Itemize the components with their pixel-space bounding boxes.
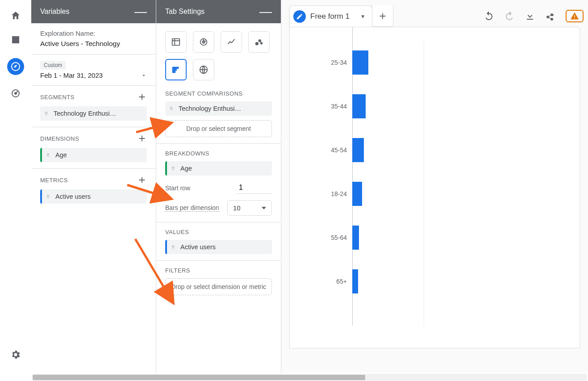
filters-section: FILTERS Drop or select dimension or metr… — [156, 261, 281, 301]
bar-label: 65+ — [290, 278, 352, 285]
segment-comparisons-section: SEGMENT COMPARISONS ⠿Technology Enthusi…… — [156, 84, 281, 144]
warning-badge[interactable] — [566, 10, 584, 22]
bars-label: Bars per dimension — [165, 204, 219, 212]
custom-badge: Custom — [40, 61, 66, 70]
technique-donut[interactable] — [193, 31, 214, 53]
advertising-icon[interactable] — [10, 88, 21, 99]
bars-select[interactable]: 10 — [227, 200, 272, 216]
dimensions-section: DIMENSIONS ⠿Age — [31, 127, 156, 169]
breakdowns-label: BREAKDOWNS — [165, 150, 272, 157]
free-form-tab[interactable]: Free form 1 ▼ — [289, 5, 372, 27]
dropdown-icon[interactable] — [141, 72, 147, 79]
bar[interactable] — [352, 138, 364, 162]
scrollbar-thumb[interactable] — [33, 375, 365, 380]
drag-icon: ⠿ — [45, 113, 50, 115]
metric-chip[interactable]: ⠿Active users — [40, 189, 147, 204]
values-section: VALUES ⠿Active users — [156, 222, 281, 261]
redo-icon[interactable] — [504, 11, 515, 21]
undo-icon[interactable] — [484, 11, 494, 21]
svg-rect-10 — [173, 69, 176, 71]
bar-label: 55-64 — [290, 234, 352, 241]
technique-bar[interactable] — [165, 59, 187, 80]
minimize-tabsettings-icon[interactable]: — — [259, 9, 272, 14]
minimize-variables-icon[interactable]: — — [134, 9, 147, 14]
reports-icon[interactable] — [10, 34, 21, 46]
technique-table[interactable] — [165, 31, 187, 53]
edit-icon — [293, 10, 306, 23]
segments-section: SEGMENTS ⠿Technology Enthusi… — [31, 86, 156, 127]
add-dimension-icon[interactable] — [137, 134, 147, 143]
filter-drop-zone[interactable]: Drop or select dimension or metric — [165, 278, 272, 295]
value-chip[interactable]: ⠿Active users — [165, 240, 272, 254]
bar-row: 25-34 — [290, 41, 580, 84]
segment-drop-zone[interactable]: Drop or select segment — [165, 120, 272, 137]
svg-point-8 — [261, 42, 263, 44]
tab-settings-header: Tab Settings — — [156, 0, 281, 23]
explore-icon[interactable] — [7, 58, 24, 75]
bar-label: 35-44 — [290, 103, 352, 110]
metrics-label: METRICS — [40, 177, 68, 184]
date-section[interactable]: Custom Feb 1 - Mar 31, 2023 — [31, 54, 156, 86]
bar-row: 45-54 — [290, 128, 580, 172]
home-icon[interactable] — [10, 10, 21, 21]
tab-dropdown-icon[interactable]: ▼ — [360, 13, 366, 20]
values-label: VALUES — [165, 229, 272, 235]
segment-comparison-chip[interactable]: ⠿Technology Enthusi… — [165, 101, 272, 116]
variables-header: Variables — — [31, 0, 156, 23]
nav-rail — [0, 0, 31, 373]
exploration-name-value[interactable]: Active Users - Technology — [40, 40, 147, 48]
bar-row: 65+ — [290, 260, 580, 303]
metrics-section: METRICS ⠿Active users — [31, 169, 156, 210]
date-range[interactable]: Feb 1 - Mar 31, 2023 — [40, 71, 103, 79]
bar-label: 25-34 — [290, 59, 352, 66]
exploration-name-section: Exploration Name: Active Users - Technol… — [31, 23, 156, 54]
dimensions-label: DIMENSIONS — [40, 135, 79, 142]
add-metric-icon[interactable] — [137, 175, 147, 185]
filters-label: FILTERS — [165, 267, 272, 274]
drag-icon: ⠿ — [46, 196, 52, 198]
svg-point-7 — [259, 40, 261, 42]
drag-icon: ⠿ — [46, 154, 52, 156]
exploration-name-label: Exploration Name: — [40, 29, 147, 37]
technique-scatter[interactable] — [248, 31, 270, 53]
bar-row: 55-64 — [290, 216, 580, 260]
bar[interactable] — [352, 94, 366, 118]
tab-settings-title: Tab Settings — [165, 8, 204, 16]
bar-row: 35-44 — [290, 84, 580, 128]
bar-label: 18-24 — [290, 190, 352, 197]
canvas-toolbar: Free form 1 ▼ — [289, 5, 588, 27]
add-segment-icon[interactable] — [137, 92, 147, 102]
bar[interactable] — [352, 269, 358, 293]
canvas: Free form 1 ▼ 25-3435-4445-5418-2455-646… — [281, 0, 588, 373]
svg-rect-9 — [173, 67, 179, 69]
add-tab-button[interactable] — [372, 5, 393, 27]
bar[interactable] — [352, 182, 362, 206]
chart-area: 25-3435-4445-5418-2455-6465+ — [289, 27, 580, 348]
tab-name: Free form 1 — [310, 12, 350, 21]
technique-geo[interactable] — [193, 59, 214, 80]
download-icon[interactable] — [525, 11, 535, 21]
segments-label: SEGMENTS — [40, 94, 75, 100]
settings-icon[interactable] — [10, 349, 21, 360]
bar-row: 18-24 — [290, 172, 580, 216]
share-icon[interactable] — [545, 11, 556, 21]
dimension-chip[interactable]: ⠿Age — [40, 148, 147, 162]
tab-settings-panel: Tab Settings — SEGMENT COMPARISONS ⠿Tech… — [156, 0, 281, 373]
start-row-label: Start row — [165, 184, 190, 192]
start-row-input[interactable] — [236, 182, 272, 194]
segment-chip[interactable]: ⠿Technology Enthusi… — [40, 106, 147, 121]
technique-row — [156, 23, 281, 84]
horizontal-scrollbar[interactable] — [33, 374, 587, 381]
bar[interactable] — [352, 226, 359, 250]
variables-title: Variables — [40, 8, 70, 16]
technique-line[interactable] — [221, 31, 242, 53]
bars-container: 25-3435-4445-5418-2455-6465+ — [290, 41, 580, 303]
svg-rect-3 — [172, 39, 180, 46]
drag-icon: ⠿ — [171, 167, 177, 170]
bar[interactable] — [352, 50, 368, 75]
breakdowns-section: BREAKDOWNS ⠿Age Start row Bars per dimen… — [156, 144, 281, 222]
variables-panel: Variables — Exploration Name: Active Use… — [31, 0, 156, 373]
breakdown-chip[interactable]: ⠿Age — [165, 161, 272, 176]
drag-icon: ⠿ — [170, 108, 175, 110]
svg-point-6 — [256, 42, 259, 45]
